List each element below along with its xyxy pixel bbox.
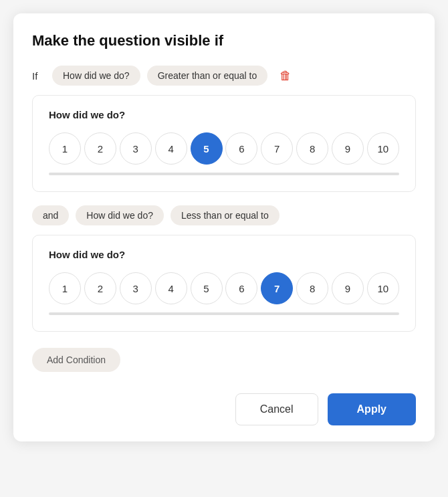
num-btn-9[interactable]: 9 [332, 272, 364, 304]
operator-pill-1[interactable]: Greater than or equal to [147, 66, 268, 86]
num-btn-6[interactable]: 6 [225, 272, 257, 304]
value-card-2-title: How did we do? [49, 249, 399, 260]
num-btn-2[interactable]: 2 [84, 132, 116, 165]
question-pill-2[interactable]: How did we do? [76, 205, 164, 225]
num-btn-7[interactable]: 7 [261, 132, 293, 165]
footer: Cancel Apply [32, 393, 416, 425]
num-btn-3[interactable]: 3 [120, 272, 152, 304]
question-pill-1[interactable]: How did we do? [52, 66, 140, 86]
num-btn-2[interactable]: 2 [84, 272, 116, 304]
conjunction-pill[interactable]: and [32, 205, 69, 225]
trash-icon: 🗑 [279, 69, 292, 83]
operator-pill-2[interactable]: Less than or equal to [171, 205, 279, 225]
slider-track-2[interactable] [49, 312, 399, 315]
value-card-2: How did we do? 12345678910 [32, 235, 416, 332]
num-btn-1[interactable]: 1 [49, 272, 81, 304]
value-card-1-title: How did we do? [49, 109, 399, 120]
num-btn-8[interactable]: 8 [296, 132, 328, 165]
condition-row-2: and How did we do? Less than or equal to [32, 205, 416, 225]
num-btn-9[interactable]: 9 [332, 132, 364, 165]
add-condition-button[interactable]: Add Condition [32, 348, 120, 372]
number-row-1: 12345678910 [49, 132, 399, 165]
num-btn-5[interactable]: 5 [191, 272, 223, 304]
condition-row-1: If How did we do? Greater than or equal … [32, 66, 416, 86]
num-btn-10[interactable]: 10 [367, 272, 399, 304]
num-btn-4[interactable]: 4 [155, 272, 187, 304]
num-btn-1[interactable]: 1 [49, 132, 81, 165]
cancel-button[interactable]: Cancel [235, 393, 318, 425]
num-btn-7[interactable]: 7 [261, 272, 293, 304]
num-btn-3[interactable]: 3 [120, 132, 152, 165]
num-btn-10[interactable]: 10 [367, 132, 399, 165]
value-card-1: How did we do? 12345678910 [32, 95, 416, 192]
num-btn-5[interactable]: 5 [191, 132, 223, 165]
num-btn-4[interactable]: 4 [155, 132, 187, 165]
apply-button[interactable]: Apply [328, 393, 416, 425]
num-btn-8[interactable]: 8 [296, 272, 328, 304]
modal-container: Make the question visible if If How did … [13, 13, 435, 441]
if-label: If [32, 70, 45, 82]
num-btn-6[interactable]: 6 [225, 132, 257, 165]
number-row-2: 12345678910 [49, 272, 399, 304]
slider-track-1[interactable] [49, 173, 399, 175]
delete-condition-1-button[interactable]: 🗑 [274, 66, 297, 86]
modal-title: Make the question visible if [32, 32, 416, 49]
